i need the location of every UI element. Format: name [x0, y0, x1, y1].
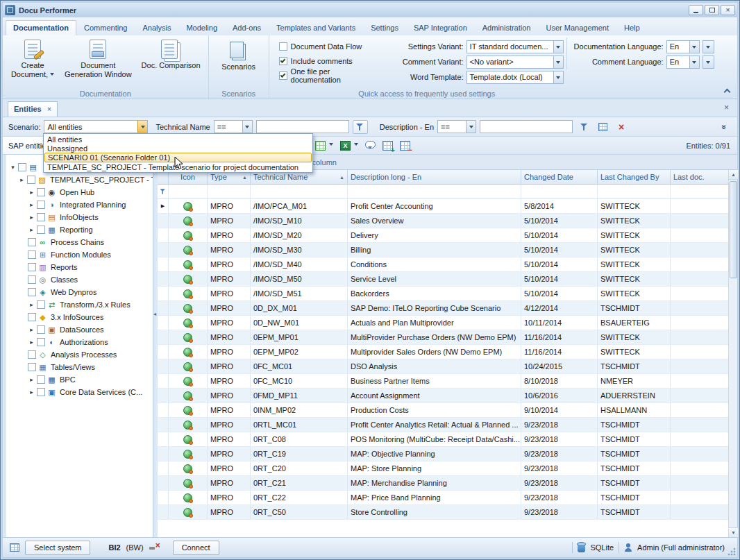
ribbon-tab[interactable]: Analysis	[135, 20, 178, 35]
language-combo[interactable]: En	[666, 56, 700, 69]
table-row[interactable]: MPRO 0EPM_MP02 Multiprovider Sales Order…	[158, 345, 728, 359]
vertical-scrollbar[interactable]: ▲ ▼	[728, 170, 737, 537]
tree-checkbox[interactable]	[18, 163, 26, 171]
language-options-button[interactable]	[703, 56, 714, 69]
chevron-down-icon[interactable]	[466, 121, 476, 133]
tree-checkbox[interactable]	[28, 288, 36, 296]
scroll-up-button[interactable]: ▲	[729, 170, 738, 180]
panel-splitter[interactable]	[153, 155, 158, 537]
tree-item[interactable]: ▸ DataSources	[6, 323, 153, 336]
setting-field-combo[interactable]: <No variant>	[466, 56, 564, 69]
table-row[interactable]: MPRO /IMO/SD_M20 Delivery 5/10/2014 SWIT…	[158, 228, 728, 243]
tree-item[interactable]: Analysis Processes	[6, 348, 153, 361]
filter-cell[interactable]	[348, 185, 521, 198]
ribbon-tab[interactable]: Modeling	[178, 20, 225, 35]
table-row[interactable]: MPRO 0RT_C22 MAP: Price Band Planning 9/…	[158, 491, 728, 505]
filter-cell[interactable]	[169, 185, 208, 198]
expand-filter-panel-button[interactable]: »	[716, 120, 732, 134]
chevron-down-icon[interactable]	[553, 41, 563, 53]
scenarios-button[interactable]: Scenarios	[212, 37, 266, 74]
tree-item[interactable]: ▸ Reporting	[6, 223, 153, 236]
filter-cell[interactable]	[521, 185, 598, 198]
chevron-down-icon[interactable]	[137, 121, 147, 133]
ribbon-tab[interactable]: Administration	[475, 20, 539, 35]
close-document-icon[interactable]: ×	[717, 103, 736, 117]
scroll-down-button[interactable]: ▼	[729, 527, 738, 537]
connect-button[interactable]: Connect	[173, 541, 219, 555]
table-row[interactable]: MPRO 0FC_MC10 Business Partner Items 8/1…	[158, 374, 728, 389]
scenario-dropdown-item[interactable]: All entities	[44, 135, 312, 144]
setting-field-combo[interactable]: IT standard documen...	[466, 40, 564, 53]
technical-name-operator-combo[interactable]: ==	[214, 120, 253, 133]
column-header[interactable]: Last Changed By	[598, 170, 671, 184]
ribbon-tab[interactable]: User Management	[538, 20, 616, 35]
tree-item[interactable]: Classes	[6, 273, 153, 286]
language-options-button[interactable]	[703, 40, 714, 53]
close-button[interactable]: ×	[721, 5, 735, 15]
table-row[interactable]: MPRO /IMO/SD_M50 Service Level 5/10/2014…	[158, 272, 728, 287]
tree-checkbox[interactable]	[37, 213, 45, 221]
scenario-dropdown-item[interactable]: TEMPLATE_SC_PROJECT - Template scenario …	[44, 162, 312, 171]
tree-item[interactable]: Tables/Views	[6, 361, 153, 373]
remove-from-table-button[interactable]	[400, 141, 410, 151]
chevron-down-icon[interactable]	[689, 56, 699, 68]
tree-item[interactable]: ▸ BPC	[6, 373, 153, 386]
collapse-ribbon-button[interactable]	[721, 85, 733, 96]
filter-cell[interactable]	[671, 185, 731, 198]
tree-checkbox[interactable]	[28, 238, 36, 246]
expand-arrow-icon[interactable]: ▸	[28, 326, 35, 333]
ribbon-checkbox[interactable]: Include comments	[279, 53, 378, 68]
tree-checkbox[interactable]	[27, 176, 35, 184]
tree-item[interactable]: Function Modules	[6, 248, 153, 261]
layout-selector-button[interactable]	[315, 141, 333, 151]
tree-checkbox[interactable]	[28, 263, 36, 271]
ribbon-tab[interactable]: Commenting	[76, 20, 135, 35]
chevron-down-icon[interactable]	[242, 121, 252, 133]
ribbon-checkbox[interactable]: One file per documentation	[279, 68, 378, 83]
tree-item[interactable]: Reports	[6, 261, 153, 273]
checkbox-icon[interactable]	[279, 42, 287, 51]
filter-cell[interactable]	[208, 185, 251, 198]
tree-checkbox[interactable]	[28, 313, 36, 321]
tree-item[interactable]: ▸ Transform./3.x Rules	[6, 298, 153, 311]
scenario-dropdown-item[interactable]: SCENARIO 01 (Scenario Folder 01)	[44, 153, 312, 162]
tree-checkbox[interactable]	[37, 300, 45, 309]
table-row[interactable]: MPRO 0D_NW_M01 Actuals and Plan Multipro…	[158, 316, 728, 330]
clear-filter-button[interactable]: ×	[614, 120, 629, 134]
expand-arrow-icon[interactable]: ▸	[28, 301, 35, 308]
ribbon-tab[interactable]: Documentation	[6, 20, 76, 35]
table-row[interactable]: MPRO /IMO/SD_M30 Billing 5/10/2014 SWITT…	[158, 243, 728, 257]
checkbox-icon[interactable]	[279, 71, 287, 80]
tree-item[interactable]: ▸ Open Hub	[6, 186, 153, 198]
scenario-combo[interactable]: All entities	[44, 120, 148, 133]
tree-checkbox[interactable]	[37, 188, 45, 196]
tree-item[interactable]: ▸ Integrated Planning	[6, 198, 153, 211]
ribbon-big-button[interactable]: Document Generation Window	[60, 37, 137, 81]
add-to-table-button[interactable]	[382, 141, 393, 151]
ribbon-tab[interactable]: Templates and Variants	[269, 20, 363, 35]
description-filter-input[interactable]	[480, 120, 573, 133]
export-button[interactable]	[340, 141, 358, 151]
expand-arrow-icon[interactable]: ▸	[28, 201, 35, 208]
tree-checkbox[interactable]	[37, 201, 45, 209]
ribbon-checkbox[interactable]: Document Data Flow	[279, 39, 378, 53]
chevron-down-icon[interactable]	[553, 71, 563, 83]
expand-arrow-icon[interactable]: ▸	[28, 214, 35, 221]
expand-arrow-icon[interactable]: ▸	[28, 339, 35, 346]
table-row[interactable]: MPRO 0RT_C50 Store Controlling 9/23/2018…	[158, 505, 728, 520]
language-combo[interactable]: En	[666, 40, 700, 53]
description-operator-combo[interactable]: ==	[437, 120, 476, 133]
chevron-down-icon[interactable]	[553, 56, 563, 68]
technical-name-filter-input[interactable]	[256, 120, 349, 133]
tree-checkbox[interactable]	[28, 251, 36, 259]
ribbon-big-button[interactable]: Create Document,	[6, 37, 60, 81]
comments-button[interactable]	[365, 142, 376, 149]
setting-field-combo[interactable]: Template.dotx (Local)	[466, 71, 564, 84]
tree-item[interactable]: ▸ Authorizations	[6, 336, 153, 348]
table-row[interactable]: MPRO 0RT_C21 MAP: Merchandise Planning 9…	[158, 476, 728, 491]
filter-editor-button[interactable]	[595, 120, 610, 134]
select-system-button[interactable]: Select system	[25, 541, 90, 555]
title-bar[interactable]: Docu Performer ×	[3, 3, 737, 17]
tree-checkbox[interactable]	[37, 226, 45, 234]
apply-technical-filter-button[interactable]	[353, 120, 368, 134]
